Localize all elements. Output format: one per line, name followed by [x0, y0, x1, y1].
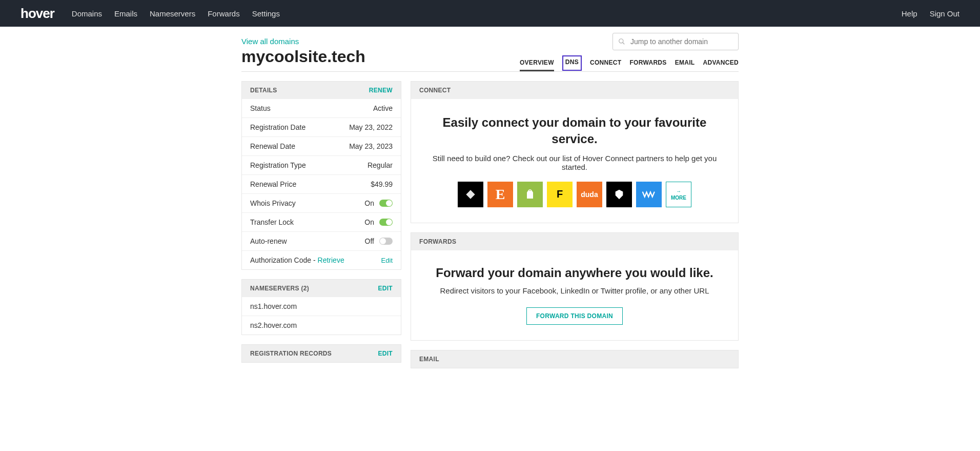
service-row: E F duda → M — [432, 182, 718, 207]
label: Registration Date — [250, 123, 305, 131]
label: Registration Type — [250, 161, 306, 169]
logo[interactable]: hover — [21, 6, 54, 22]
service-shopify[interactable] — [517, 182, 543, 207]
svg-point-0 — [619, 39, 623, 43]
transfer-lock-toggle[interactable] — [379, 219, 393, 226]
shopify-icon — [524, 188, 536, 201]
tab-dns[interactable]: DNS — [562, 55, 582, 71]
label: Renewal Date — [250, 142, 295, 150]
detail-transfer-lock: Transfer Lock On — [242, 213, 401, 232]
connect-title: CONNECT — [419, 87, 451, 94]
tab-email[interactable]: EMAIL — [675, 56, 695, 71]
forwards-subtext: Redirect visitors to your Facebook, Link… — [432, 286, 718, 295]
top-nav: hover Domains Emails Nameservers Forward… — [0, 0, 980, 27]
detail-registration-type: Registration Type Regular — [242, 156, 401, 175]
service-weebly[interactable] — [636, 182, 662, 207]
registration-records-edit-button[interactable]: EDIT — [378, 350, 393, 357]
label: Authorization Code - — [250, 256, 318, 264]
nav-nameservers[interactable]: Nameservers — [150, 9, 195, 18]
service-duda[interactable]: duda — [577, 182, 602, 207]
email-panel: EMAIL — [411, 350, 739, 368]
domain-search-input[interactable] — [630, 37, 733, 46]
nameserver-item: ns2.hover.com — [242, 316, 401, 335]
nameserver-item: ns1.hover.com — [242, 297, 401, 316]
detail-renewal-price: Renewal Price $49.99 — [242, 175, 401, 194]
email-title: EMAIL — [419, 356, 439, 363]
forwards-panel: FORWARDS Forward your domain anywhere yo… — [411, 232, 739, 341]
toggle-state: Off — [365, 237, 374, 245]
renew-button[interactable]: RENEW — [369, 87, 393, 94]
forwards-title: FORWARDS — [419, 238, 456, 245]
service-more-button[interactable]: → MORE — [666, 182, 691, 207]
domain-tabs: OVERVIEW DNS CONNECT FORWARDS EMAIL ADVA… — [520, 55, 739, 72]
value: May 23, 2023 — [349, 142, 393, 150]
nav-domains[interactable]: Domains — [72, 9, 102, 18]
forward-domain-button[interactable]: FORWARD THIS DOMAIN — [526, 307, 623, 325]
more-label: MORE — [671, 195, 686, 201]
toggle-state: On — [364, 218, 374, 226]
label: Whois Privacy — [250, 199, 296, 207]
nav-signout[interactable]: Sign Out — [930, 9, 959, 18]
view-all-domains-link[interactable]: View all domains — [241, 37, 299, 46]
detail-whois-privacy: Whois Privacy On — [242, 194, 401, 213]
connect-headline: Easily connect your domain to your favou… — [436, 114, 713, 148]
detail-renewal-date: Renewal Date May 23, 2023 — [242, 137, 401, 156]
page-header: View all domains mycoolsite.tech OVERVIE… — [241, 37, 739, 72]
value: May 23, 2022 — [349, 123, 393, 131]
forwards-headline: Forward your domain anywhere you would l… — [432, 266, 718, 280]
squarespace-icon — [464, 188, 477, 201]
nav-forwards[interactable]: Forwards — [208, 9, 240, 18]
detail-status: Status Active — [242, 99, 401, 118]
service-squarespace[interactable] — [458, 182, 483, 207]
nav-emails[interactable]: Emails — [114, 9, 137, 18]
value: $49.99 — [371, 180, 393, 188]
toggle-state: On — [364, 199, 374, 207]
details-panel: DETAILS RENEW Status Active Registration… — [241, 81, 401, 270]
label: Renewal Price — [250, 180, 296, 188]
arrow-right-icon: → — [676, 188, 681, 194]
registration-records-panel: REGISTRATION RECORDS EDIT — [241, 344, 401, 363]
weebly-icon — [641, 187, 657, 202]
service-bigcartel[interactable] — [606, 182, 632, 207]
nameservers-panel: NAMESERVERS (2) EDIT ns1.hover.com ns2.h… — [241, 279, 401, 335]
label: Auto-renew — [250, 237, 287, 245]
nameservers-edit-button[interactable]: EDIT — [378, 285, 393, 292]
label: Status — [250, 104, 271, 112]
auto-renew-toggle[interactable] — [379, 238, 393, 245]
connect-subtext: Still need to build one? Check out our l… — [432, 154, 718, 171]
value: Active — [373, 104, 393, 112]
auth-edit-link[interactable]: Edit — [381, 257, 393, 264]
tab-overview[interactable]: OVERVIEW — [520, 56, 554, 71]
domain-search[interactable] — [612, 33, 739, 50]
tab-forwards[interactable]: FORWARDS — [629, 56, 666, 71]
svg-line-1 — [623, 43, 625, 45]
service-flywheel[interactable]: F — [547, 182, 573, 207]
whois-privacy-toggle[interactable] — [379, 200, 393, 207]
detail-registration-date: Registration Date May 23, 2022 — [242, 118, 401, 137]
nav-help[interactable]: Help — [902, 9, 917, 18]
tab-connect[interactable]: CONNECT — [590, 56, 621, 71]
detail-auth-code: Authorization Code - Retrieve Edit — [242, 251, 401, 269]
nameservers-title: NAMESERVERS (2) — [250, 285, 309, 292]
value: Regular — [368, 161, 393, 169]
service-etsy[interactable]: E — [487, 182, 513, 207]
nav-settings[interactable]: Settings — [252, 9, 280, 18]
connect-panel: CONNECT Easily connect your domain to yo… — [411, 81, 739, 223]
label: Transfer Lock — [250, 218, 294, 226]
registration-records-title: REGISTRATION RECORDS — [250, 350, 332, 357]
bigcartel-icon — [614, 189, 625, 200]
domain-title: mycoolsite.tech — [241, 47, 365, 66]
retrieve-link[interactable]: Retrieve — [318, 256, 344, 264]
details-title: DETAILS — [250, 87, 277, 94]
tab-advanced[interactable]: ADVANCED — [703, 56, 739, 71]
search-icon — [618, 38, 625, 45]
detail-auto-renew: Auto-renew Off — [242, 232, 401, 251]
